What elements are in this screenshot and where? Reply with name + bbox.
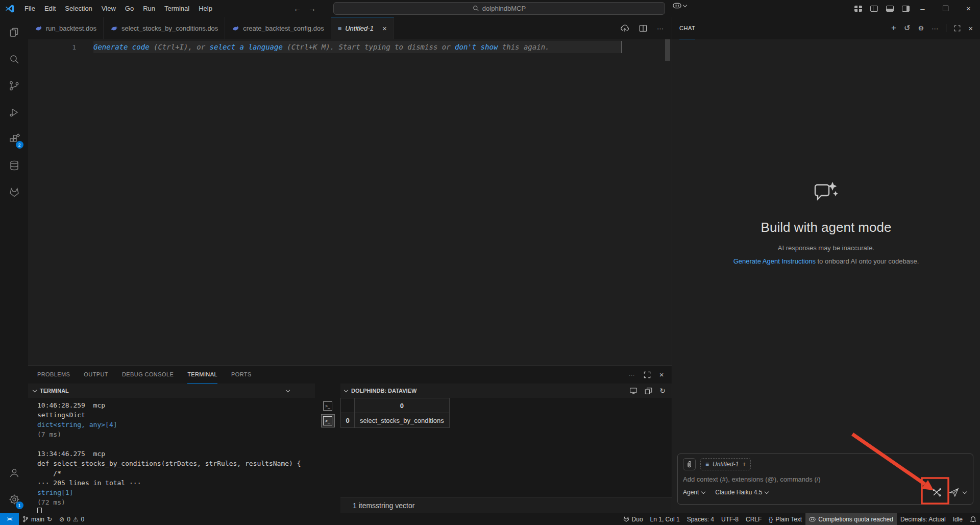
menu-run[interactable]: Run xyxy=(138,3,160,14)
cloud-upload-icon[interactable] xyxy=(620,24,629,32)
chat-input-container[interactable]: ≡ Untitled-1 + Add context (#), extensio… xyxy=(677,454,973,505)
table-column-header[interactable]: 0 xyxy=(355,398,450,413)
chevron-down-icon[interactable] xyxy=(344,388,348,392)
editor-area[interactable]: 1 Generate code (Ctrl+I), or select a la… xyxy=(28,39,672,365)
tab-untitled-1[interactable]: ≡ Untitled-1 × xyxy=(331,17,394,39)
panel-tab-debug-console[interactable]: DEBUG CONSOLE xyxy=(122,366,174,384)
context-chip-untitled-1[interactable]: ≡ Untitled-1 + xyxy=(700,458,751,470)
remote-indicator[interactable]: >< xyxy=(0,513,19,525)
generate-agent-instructions-link[interactable]: Generate Agent Instructions xyxy=(733,257,816,265)
generate-code-link[interactable]: Generate code xyxy=(93,43,150,51)
chevron-down-icon[interactable] xyxy=(286,388,290,392)
dataview-grid-area[interactable]: 0 0 select_stocks_by_conditions xyxy=(340,398,672,497)
terminal-icon: >_ xyxy=(323,416,332,425)
toggle-panel-icon[interactable] xyxy=(886,6,894,12)
dataview-table: 0 0 select_stocks_by_conditions xyxy=(340,398,450,428)
close-panel-icon[interactable]: × xyxy=(659,370,664,379)
table-row[interactable]: 0 select_stocks_by_conditions xyxy=(341,413,450,428)
warnings-icon: ⚠ xyxy=(73,516,79,523)
panel-tab-terminal[interactable]: TERMINAL xyxy=(187,366,217,384)
command-center-search[interactable]: dolphindbMCP xyxy=(333,2,665,15)
tab-create-backtest-config[interactable]: create_backtest_config.dos xyxy=(225,17,331,39)
toggle-primary-sidebar-icon[interactable] xyxy=(870,6,878,12)
cursor-position[interactable]: Ln 1, Col 1 xyxy=(647,513,683,525)
activity-search[interactable] xyxy=(2,46,27,73)
chat-input-placeholder[interactable]: Add context (#), extensions (@), command… xyxy=(683,475,968,483)
back-icon[interactable]: ← xyxy=(293,4,301,13)
maximize-button[interactable] xyxy=(934,0,957,17)
menu-selection[interactable]: Selection xyxy=(60,3,96,14)
terminal-instance-button-selected[interactable]: >_ xyxy=(321,414,335,427)
open-in-editor-icon[interactable] xyxy=(629,387,638,395)
copilot-icon xyxy=(809,517,816,522)
split-editor-icon[interactable] xyxy=(639,25,647,32)
completions-quota-status[interactable]: Completions quota reached xyxy=(805,513,897,525)
model-picker[interactable]: Claude Haiku 4.5 xyxy=(715,489,768,496)
panel-tab-ports[interactable]: PORTS xyxy=(231,366,252,384)
more-actions-icon[interactable]: ··· xyxy=(932,25,938,32)
chevron-down-icon[interactable] xyxy=(33,388,37,392)
tab-run-backtest[interactable]: run_backtest.dos xyxy=(28,17,104,39)
activity-gitlab[interactable] xyxy=(2,179,27,205)
activity-run-debug[interactable] xyxy=(2,99,27,126)
copilot-titlebar-button[interactable] xyxy=(673,3,687,9)
problems-status[interactable]: ⊘ 0 ⚠ 0 xyxy=(56,513,88,525)
cursor-position-label: Ln 1, Col 1 xyxy=(650,516,680,523)
activity-dolphindb[interactable] xyxy=(2,152,27,179)
gear-icon[interactable]: ⚙ xyxy=(918,25,924,32)
table-row-index: 0 xyxy=(341,413,355,428)
indentation-status[interactable]: Spaces: 4 xyxy=(683,513,718,525)
activity-explorer[interactable] xyxy=(2,19,27,46)
toggle-secondary-sidebar-icon[interactable] xyxy=(902,6,910,12)
tab-select-stocks[interactable]: select_stocks_by_conditions.dos xyxy=(104,17,225,39)
duo-status[interactable]: Duo xyxy=(620,513,647,525)
notifications-button[interactable] xyxy=(966,513,980,525)
attach-context-button[interactable] xyxy=(683,458,696,470)
select-language-link[interactable]: select a language xyxy=(210,43,283,51)
table-cell-value[interactable]: select_stocks_by_conditions xyxy=(355,413,450,428)
maximize-panel-icon[interactable] xyxy=(644,371,651,378)
terminal-output[interactable]: 10:46:28.259 mcp settingsDict dict<strin… xyxy=(28,398,315,513)
close-tab-icon[interactable]: × xyxy=(382,24,387,33)
menu-help[interactable]: Help xyxy=(194,3,217,14)
encoding-status[interactable]: UTF-8 xyxy=(718,513,742,525)
forward-icon[interactable]: → xyxy=(308,4,316,13)
chat-body: Build with agent mode AI responses may b… xyxy=(672,39,980,513)
more-actions-icon[interactable]: ··· xyxy=(657,25,664,32)
eol-status[interactable]: CRLF xyxy=(742,513,765,525)
menu-go[interactable]: Go xyxy=(120,3,138,14)
menu-file[interactable]: File xyxy=(20,3,40,14)
expand-chat-icon[interactable] xyxy=(954,25,961,32)
minimize-button[interactable]: – xyxy=(911,0,934,17)
activity-extensions[interactable]: 2 xyxy=(2,126,27,152)
send-options-chevron[interactable] xyxy=(962,492,968,493)
send-button[interactable] xyxy=(947,485,961,500)
idle-status[interactable]: Idle xyxy=(949,513,966,525)
menu-view[interactable]: View xyxy=(97,3,120,14)
history-icon[interactable]: ↺ xyxy=(904,23,911,33)
tools-button[interactable] xyxy=(929,485,944,500)
mode-picker-agent[interactable]: Agent xyxy=(683,489,705,496)
language-mode[interactable]: {} Plain Text xyxy=(765,513,805,525)
new-chat-icon[interactable]: + xyxy=(891,23,896,33)
activity-settings[interactable]: 1 xyxy=(2,486,27,513)
window-layout-icon[interactable] xyxy=(645,387,652,395)
customize-layout-icon[interactable] xyxy=(854,6,862,12)
activity-accounts[interactable] xyxy=(2,460,27,486)
menu-terminal[interactable]: Terminal xyxy=(160,3,194,14)
more-actions-icon[interactable]: ··· xyxy=(629,372,635,378)
branch-status[interactable]: main ↻ xyxy=(19,513,56,525)
add-context-icon[interactable]: + xyxy=(742,461,746,468)
refresh-icon[interactable]: ↻ xyxy=(659,387,666,395)
chat-tab[interactable]: CHAT xyxy=(679,17,695,39)
close-window-button[interactable]: × xyxy=(957,0,980,17)
close-chat-icon[interactable]: × xyxy=(968,24,973,33)
decimals-status[interactable]: Decimals: Actual xyxy=(897,513,949,525)
panel-tab-problems[interactable]: PROBLEMS xyxy=(37,366,70,384)
dont-show-link[interactable]: don't show xyxy=(455,43,498,51)
editor-scrollbar[interactable] xyxy=(665,39,670,61)
menu-edit[interactable]: Edit xyxy=(40,3,60,14)
terminal-instance-button[interactable]: >_ xyxy=(321,399,335,413)
panel-tab-output[interactable]: OUTPUT xyxy=(84,366,108,384)
activity-source-control[interactable] xyxy=(2,73,27,99)
